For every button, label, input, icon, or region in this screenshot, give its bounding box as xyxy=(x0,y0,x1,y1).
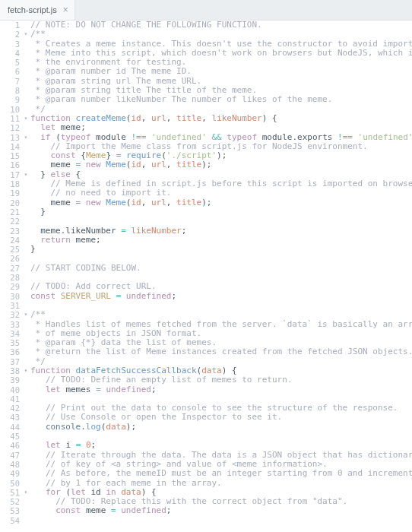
code-line[interactable]: 40 let memes = undefined; xyxy=(0,385,412,394)
line-number: 36 xyxy=(0,347,23,356)
line-number: 41 xyxy=(0,394,23,404)
code-content[interactable]: meme = new Meme(id, url, title); xyxy=(29,198,211,207)
close-icon[interactable]: × xyxy=(63,5,68,14)
line-number: 45 xyxy=(0,432,23,441)
line-number: 11 xyxy=(0,114,23,123)
line-number: 18 xyxy=(0,179,23,188)
fold-toggle-icon[interactable]: ▾ xyxy=(23,170,29,179)
code-line[interactable]: 27// START CODING BELOW. xyxy=(0,264,412,273)
code-line[interactable]: 25} xyxy=(0,245,412,254)
line-number: 51 xyxy=(0,488,23,497)
line-number: 19 xyxy=(0,188,23,198)
line-number: 34 xyxy=(0,329,23,338)
line-number: 5 xyxy=(0,58,23,67)
code-content[interactable]: const SERVER_URL = undefined; xyxy=(29,292,176,301)
line-number: 25 xyxy=(0,245,23,254)
line-number: 14 xyxy=(0,142,23,151)
code-content[interactable]: console.log(data); xyxy=(29,423,136,432)
line-number: 16 xyxy=(0,160,23,169)
line-number: 20 xyxy=(0,198,23,207)
line-number: 44 xyxy=(0,423,23,432)
line-number: 12 xyxy=(0,123,23,132)
code-content[interactable]: * @param number likeNumber The number of… xyxy=(29,95,332,104)
code-content[interactable]: } xyxy=(29,245,36,254)
line-number: 7 xyxy=(0,77,23,86)
line-number: 17 xyxy=(0,170,23,179)
line-number: 13 xyxy=(0,133,23,142)
tab-filename: fetch-script.js xyxy=(8,5,57,14)
code-content[interactable]: return meme; xyxy=(29,236,101,245)
line-number: 35 xyxy=(0,338,23,347)
line-number: 26 xyxy=(0,254,23,263)
code-content[interactable]: } xyxy=(29,207,46,217)
line-number: 10 xyxy=(0,105,23,114)
line-number: 54 xyxy=(0,516,23,525)
code-line[interactable]: 24 return meme; xyxy=(0,236,412,245)
code-line[interactable]: 20 meme = new Meme(id, url, title); xyxy=(0,198,412,207)
line-number: 48 xyxy=(0,460,23,469)
code-content[interactable]: const meme = undefined; xyxy=(29,506,171,515)
line-number: 29 xyxy=(0,282,23,291)
line-number: 33 xyxy=(0,320,23,329)
fold-toggle-icon[interactable]: ▾ xyxy=(23,488,29,497)
code-content[interactable]: let memes = undefined; xyxy=(29,385,157,394)
line-number: 9 xyxy=(0,95,23,104)
line-number: 40 xyxy=(0,385,23,394)
line-number: 49 xyxy=(0,469,23,478)
line-number: 27 xyxy=(0,264,23,273)
line-number: 53 xyxy=(0,506,23,515)
line-number: 50 xyxy=(0,479,23,488)
line-number: 8 xyxy=(0,86,23,95)
code-content[interactable]: * @return the list of Meme instances cre… xyxy=(29,347,412,356)
line-number: 47 xyxy=(0,451,23,460)
fold-toggle-icon[interactable]: ▾ xyxy=(23,366,29,375)
tab-bar: fetch-script.js × xyxy=(0,0,412,21)
line-number: 2 xyxy=(0,30,23,39)
line-number: 4 xyxy=(0,49,23,58)
line-number: 39 xyxy=(0,375,23,385)
code-content[interactable]: // START CODING BELOW. xyxy=(29,264,141,273)
code-line[interactable]: 36 * @return the list of Meme instances … xyxy=(0,347,412,356)
line-number: 6 xyxy=(0,67,23,76)
fold-toggle-icon[interactable]: ▾ xyxy=(23,310,29,319)
line-number: 22 xyxy=(0,217,23,226)
line-number: 46 xyxy=(0,441,23,450)
code-line[interactable]: 1// NOTE: DO NOT CHANGE THE FOLLOWING FU… xyxy=(0,21,412,30)
code-editor[interactable]: 1// NOTE: DO NOT CHANGE THE FOLLOWING FU… xyxy=(0,21,412,525)
line-number: 42 xyxy=(0,404,23,413)
line-number: 43 xyxy=(0,413,23,422)
line-number: 3 xyxy=(0,40,23,49)
line-number: 1 xyxy=(0,21,23,30)
line-number: 15 xyxy=(0,151,23,160)
line-number: 38 xyxy=(0,366,23,375)
code-content[interactable]: // NOTE: DO NOT CHANGE THE FOLLOWING FUN… xyxy=(29,21,262,30)
code-line[interactable]: 53 const meme = undefined; xyxy=(0,506,412,515)
line-number: 23 xyxy=(0,226,23,236)
line-number: 28 xyxy=(0,273,23,282)
fold-toggle-icon[interactable]: ▾ xyxy=(23,30,29,39)
line-number: 52 xyxy=(0,497,23,506)
line-number: 31 xyxy=(0,301,23,310)
code-line[interactable]: 54 xyxy=(0,516,412,525)
code-line[interactable]: 21 } xyxy=(0,207,412,217)
line-number: 32 xyxy=(0,310,23,319)
code-line[interactable]: 44 console.log(data); xyxy=(0,423,412,432)
line-number: 21 xyxy=(0,207,23,217)
tab-fetch-script[interactable]: fetch-script.js × xyxy=(0,0,75,20)
fold-toggle-icon[interactable]: ▾ xyxy=(23,133,29,142)
code-line[interactable]: 9 * @param number likeNumber The number … xyxy=(0,95,412,104)
code-line[interactable]: 31 xyxy=(0,301,412,310)
line-number: 30 xyxy=(0,292,23,301)
fold-toggle-icon[interactable]: ▾ xyxy=(23,114,29,123)
line-number: 24 xyxy=(0,236,23,245)
line-number: 37 xyxy=(0,357,23,366)
code-line[interactable]: 30const SERVER_URL = undefined; xyxy=(0,292,412,301)
